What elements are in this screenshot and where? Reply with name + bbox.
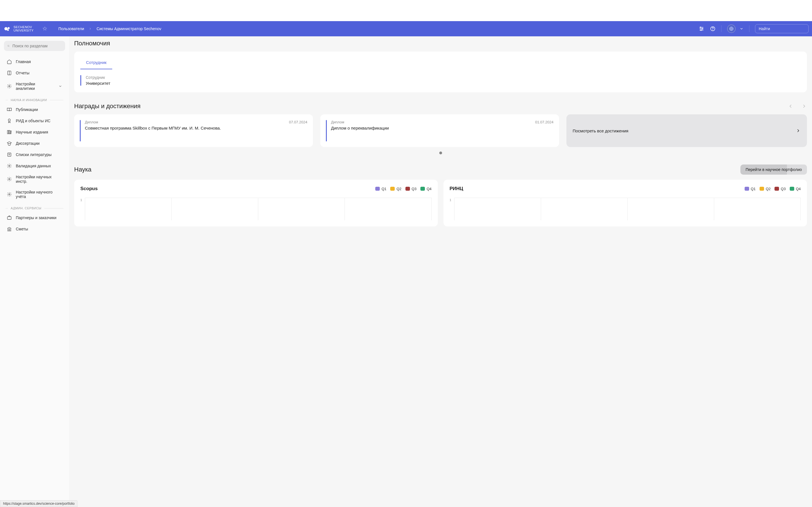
sidebar-item-accounting[interactable]: Настройки научного учёта [4, 187, 65, 202]
sidebar-search-input[interactable] [12, 44, 62, 48]
svg-rect-30 [7, 217, 11, 219]
view-all-label: Посмотреть все достижения [573, 128, 628, 133]
legend-swatch-q1 [745, 187, 749, 191]
svg-point-29 [9, 194, 10, 195]
award-card[interactable]: Диплом 07.07.2024 Совместная программа S… [74, 114, 313, 147]
view-all-awards-button[interactable]: Посмотреть все достижения [566, 114, 807, 147]
award-title: Совместная программа Skillbox с Первым М… [85, 125, 307, 131]
tab-employee[interactable]: Сотрудник [80, 58, 112, 69]
carousel-prev-button[interactable] [788, 103, 794, 109]
sidebar-item-reports[interactable]: Отчеты [4, 67, 65, 78]
award-type: Диплом [85, 120, 98, 124]
sidebar-item-label: РИД и объекты ИС [16, 119, 50, 123]
chart-grid [454, 198, 801, 220]
sidebar-item-journals[interactable]: Научные издания [4, 126, 65, 138]
chart-scopus: Scopus Q1 Q2 Q3 Q4 1 [74, 180, 438, 226]
sidebar-item-label: Партнеры и заказчики [16, 216, 56, 220]
sidebar-item-label: Настройки аналитики [16, 82, 54, 91]
svg-line-17 [9, 46, 9, 47]
legend-label: Q3 [781, 187, 785, 191]
y-axis-tick: 1 [80, 198, 82, 220]
legend-label: Q2 [396, 187, 401, 191]
app-header: SECHENOV UNIVERSITY Пользователи Системы… [0, 21, 812, 36]
sidebar-item-label: Диссертации [16, 141, 40, 146]
legend-swatch-q3 [774, 187, 779, 191]
chart-title: РИНЦ [450, 186, 463, 191]
header-search[interactable] [755, 24, 809, 33]
sidebar-item-estimates[interactable]: Сметы [4, 223, 65, 235]
chart-title: Scopus [80, 186, 98, 191]
permissions-card: Сотрудник Сотрудник Университет [74, 52, 807, 93]
list-icon [7, 152, 12, 157]
legend-swatch-q3 [405, 187, 410, 191]
sidebar-item-ip[interactable]: РИД и объекты ИС [4, 115, 65, 126]
sidebar-item-bibliography[interactable]: Списки литературы [4, 149, 65, 160]
chevron-down-icon [58, 84, 62, 88]
sidebar-item-label: Отчеты [16, 71, 29, 75]
help-icon[interactable] [710, 26, 716, 32]
briefcase-icon [7, 215, 12, 220]
legend-label: Q1 [382, 187, 386, 191]
logo[interactable]: SECHENOV UNIVERSITY [3, 25, 34, 33]
gear-icon [7, 192, 12, 197]
pin-icon[interactable] [43, 26, 47, 31]
chart-legend: Q1 Q2 Q3 Q4 [375, 187, 432, 191]
gear-icon [7, 83, 12, 89]
permissions-info: Сотрудник Университет [80, 75, 801, 86]
award-date: 07.07.2024 [289, 120, 307, 124]
sidebar-item-label: Главная [16, 59, 31, 64]
settings-sliders-icon[interactable] [699, 26, 704, 32]
svg-point-6 [700, 27, 701, 27]
sidebar: Главная Отчеты Настройки аналитики НАУКА… [0, 36, 69, 507]
award-icon [7, 118, 12, 123]
carousel-dot[interactable] [439, 152, 442, 154]
portfolio-button[interactable]: Перейти в научное портфолио [741, 165, 807, 175]
permissions-title: Полномочия [74, 40, 807, 47]
sidebar-item-analytics-settings[interactable]: Настройки аналитики [4, 78, 65, 94]
sidebar-item-validation[interactable]: Валидация данных [4, 160, 65, 172]
legend-swatch-q4 [790, 187, 794, 191]
breadcrumb: Пользователи Системы Администратор Seche… [58, 26, 699, 31]
svg-point-8 [701, 30, 702, 31]
logo-text-1: SECHENOV [13, 25, 34, 29]
carousel-next-button[interactable] [801, 103, 807, 109]
sidebar-item-label: Валидация данных [16, 164, 51, 168]
sidebar-search[interactable] [4, 41, 65, 51]
sidebar-item-instr-settings[interactable]: Настройки научных инстр. [4, 172, 65, 187]
svg-point-12 [730, 27, 733, 30]
sidebar-item-label: Публикации [16, 107, 38, 112]
sidebar-item-home[interactable]: Главная [4, 56, 65, 67]
breadcrumb-current: Системы Администратор Sechenov [96, 26, 161, 31]
legend-label: Q4 [796, 187, 801, 191]
awards-title: Награды и достижения [74, 103, 141, 110]
bank-icon [7, 226, 12, 231]
chevron-down-icon[interactable] [740, 27, 744, 31]
chevron-right-icon [89, 27, 92, 31]
svg-point-20 [8, 119, 10, 121]
header-search-input[interactable] [759, 26, 808, 31]
sidebar-item-dissertations[interactable]: Диссертации [4, 138, 65, 149]
svg-point-7 [702, 28, 703, 29]
award-type: Диплом [331, 120, 344, 124]
legend-swatch-q2 [760, 187, 764, 191]
sidebar-item-partners[interactable]: Партнеры и заказчики [4, 212, 65, 223]
svg-rect-21 [7, 130, 8, 134]
sidebar-item-label: Настройки научных инстр. [16, 175, 62, 184]
award-card[interactable]: Диплом 01.07.2024 Диплом о переквалифика… [320, 114, 559, 147]
status-bar-url: https://stage.smartics.dev/science-core/… [0, 500, 78, 507]
svg-point-28 [9, 179, 10, 180]
sidebar-section-admin: АДМИН. СЕРВИСЫ [6, 207, 63, 210]
science-title: Наука [74, 166, 91, 173]
svg-point-27 [9, 165, 10, 167]
svg-point-19 [9, 86, 10, 87]
sidebar-item-label: Настройки научного учёта [16, 190, 62, 199]
legend-label: Q2 [766, 187, 770, 191]
sidebar-section-science: НАУКА И ИННОВАЦИИ [6, 98, 63, 102]
breadcrumb-users[interactable]: Пользователи [58, 26, 84, 31]
chart-legend: Q1 Q2 Q3 Q4 [745, 187, 801, 191]
svg-rect-24 [8, 153, 11, 156]
book-open-icon [7, 107, 12, 112]
logo-icon [3, 25, 11, 33]
sidebar-item-publications[interactable]: Публикации [4, 104, 65, 115]
avatar[interactable] [727, 24, 735, 33]
